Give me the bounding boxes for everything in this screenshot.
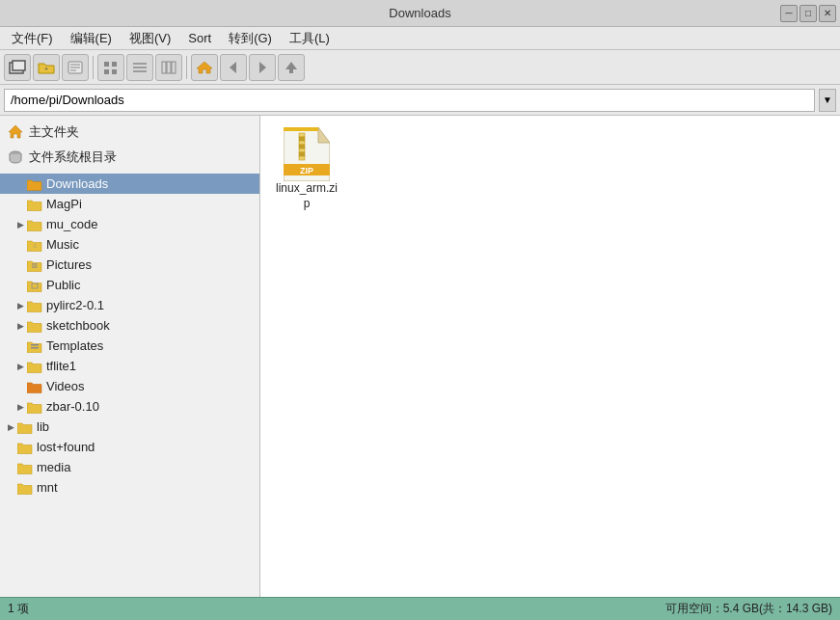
sidebar-item-mu-code[interactable]: ▶ mu_code [0, 214, 259, 234]
sidebar: 主文件夹 文件系统根目录 Downloads [0, 116, 260, 597]
status-bar: 1 项 可用空间：5.4 GB(共：14.3 GB) [0, 597, 840, 620]
sidebar-item-pylirc2[interactable]: ▶ pylirc2-0.1 [0, 295, 259, 315]
folder-icon-pictures: 🖼 [27, 258, 42, 272]
up-button[interactable] [278, 54, 305, 81]
svg-rect-14 [162, 62, 166, 73]
sidebar-top-section: 主文件夹 文件系统根目录 [0, 116, 259, 174]
home-folder-label: 主文件夹 [29, 123, 79, 141]
address-bar: ▼ [0, 85, 840, 116]
window-controls: ─ □ ✕ [780, 5, 836, 22]
minimize-button[interactable]: ─ [780, 5, 798, 22]
sidebar-home-folder[interactable]: 主文件夹 [0, 120, 259, 145]
svg-marker-21 [9, 125, 22, 138]
sidebar-item-lost-found[interactable]: lost+found [0, 437, 259, 457]
new-folder-button[interactable]: + [33, 54, 60, 81]
mnt-label: mnt [37, 480, 58, 495]
menu-sort[interactable]: Sort [180, 29, 219, 47]
sidebar-item-sketchbook[interactable]: ▶ sketchbook [0, 315, 259, 336]
sidebar-item-lib[interactable]: ▶ lib [0, 417, 259, 437]
folder-icon-zbar [27, 400, 42, 414]
folder-icon-downloads [27, 177, 42, 191]
status-disk-space: 可用空间：5.4 GB(共：14.3 GB) [665, 601, 832, 617]
tflite1-label: tflite1 [46, 359, 76, 373]
address-dropdown-button[interactable]: ▼ [819, 89, 836, 112]
sketchbook-expand-arrow[interactable]: ▶ [14, 319, 27, 333]
svg-rect-9 [104, 69, 109, 74]
sidebar-item-magpi[interactable]: MagPi [0, 194, 259, 214]
lost-found-label: lost+found [37, 440, 95, 454]
folder-icon-pylirc2 [27, 299, 42, 312]
drive-icon [8, 149, 23, 165]
sidebar-item-videos[interactable]: Videos [0, 376, 259, 396]
sidebar-item-tflite1[interactable]: ▶ tflite1 [0, 356, 259, 376]
mu-code-label: mu_code [46, 217, 97, 231]
menu-tools[interactable]: 工具(L) [282, 28, 338, 49]
sidebar-item-mnt[interactable]: mnt [0, 477, 259, 498]
svg-rect-10 [112, 69, 117, 74]
back-button[interactable] [220, 54, 247, 81]
sidebar-item-pictures[interactable]: 🖼 Pictures [0, 255, 259, 275]
svg-rect-1 [13, 61, 25, 70]
svg-text:ZIP: ZIP [300, 166, 313, 175]
menu-goto[interactable]: 转到(G) [221, 28, 280, 49]
folder-icon-media [17, 461, 33, 474]
sidebar-item-zbar[interactable]: ▶ zbar-0.10 [0, 396, 259, 417]
menu-edit[interactable]: 编辑(E) [63, 28, 120, 49]
zbar-expand-arrow[interactable]: ▶ [14, 400, 27, 414]
menu-view[interactable]: 视图(V) [122, 28, 178, 49]
folder-icon-mnt [17, 481, 33, 495]
sidebar-item-templates[interactable]: Templates [0, 336, 259, 356]
grid-view-button[interactable] [97, 54, 124, 81]
column-view-button[interactable] [155, 54, 182, 81]
toolbar-separator-1 [93, 56, 94, 79]
svg-marker-20 [285, 62, 297, 73]
sketchbook-label: sketchbook [46, 318, 110, 333]
sidebar-scroll[interactable]: 主文件夹 文件系统根目录 Downloads [0, 116, 259, 597]
svg-marker-19 [259, 62, 266, 73]
forward-button[interactable] [249, 54, 276, 81]
file-label-linux-arm-zip: linux_arm.zip [276, 181, 338, 211]
toolbar: + [0, 50, 840, 85]
folder-icon-templates [27, 339, 42, 353]
new-window-button[interactable] [4, 54, 31, 81]
sidebar-item-media[interactable]: media [0, 457, 259, 477]
pylirc2-label: pylirc2-0.1 [46, 298, 104, 312]
sidebar-filesystem-root[interactable]: 文件系统根目录 [0, 145, 259, 170]
sidebar-item-music[interactable]: ♫ Music [0, 234, 259, 255]
home-button[interactable] [191, 54, 218, 81]
lib-expand-arrow[interactable]: ▶ [4, 420, 17, 434]
magpi-label: MagPi [46, 197, 82, 211]
svg-rect-36 [299, 152, 305, 156]
media-label: media [37, 460, 70, 474]
lib-label: lib [37, 419, 49, 434]
svg-rect-32 [299, 137, 305, 141]
menu-bar: 文件(F) 编辑(E) 视图(V) Sort 转到(G) 工具(L) [0, 27, 840, 50]
pylirc2-expand-arrow[interactable]: ▶ [14, 299, 27, 312]
zbar-label: zbar-0.10 [46, 399, 99, 414]
sidebar-item-downloads[interactable]: Downloads [0, 174, 259, 194]
file-item-linux-arm-zip[interactable]: ZIP linux_arm.zip [268, 123, 345, 215]
folder-icon-lost [17, 441, 33, 454]
close-button[interactable]: ✕ [819, 5, 836, 22]
downloads-label: Downloads [46, 176, 108, 191]
address-input[interactable] [4, 89, 815, 112]
folder-icon-public [27, 279, 42, 292]
zip-file-icon: ZIP [284, 127, 330, 181]
svg-rect-15 [167, 62, 171, 73]
maximize-button[interactable]: □ [799, 5, 817, 22]
svg-rect-26 [31, 344, 39, 346]
sidebar-item-public[interactable]: Public [0, 275, 259, 295]
videos-label: Videos [46, 379, 85, 393]
properties-button[interactable] [62, 54, 89, 81]
tflite1-expand-arrow[interactable]: ▶ [14, 360, 27, 373]
sidebar-tree: Downloads MagPi ▶ mu_code ♫ [0, 174, 259, 498]
mu-code-expand-arrow[interactable]: ▶ [14, 218, 27, 231]
svg-rect-8 [112, 62, 117, 67]
svg-text:🖼: 🖼 [32, 263, 38, 269]
detail-view-button[interactable] [126, 54, 153, 81]
title-bar: Downloads ─ □ ✕ [0, 0, 840, 27]
menu-file[interactable]: 文件(F) [4, 28, 61, 49]
svg-text:♫: ♫ [33, 243, 38, 249]
toolbar-separator-2 [186, 56, 187, 79]
filesystem-root-label: 文件系统根目录 [29, 148, 117, 166]
